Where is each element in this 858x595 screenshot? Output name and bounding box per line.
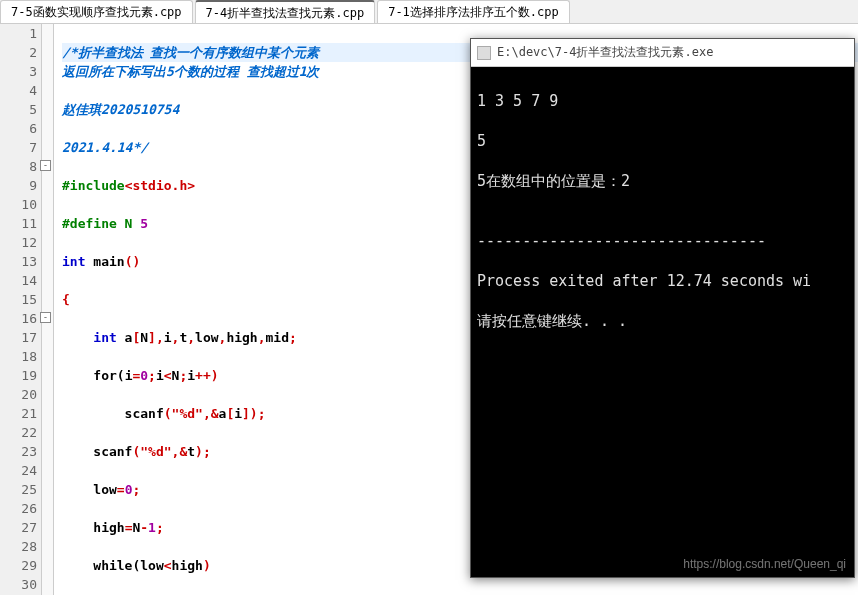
- line-num: 26: [0, 499, 37, 518]
- console-line: 请按任意键继续. . .: [477, 311, 848, 331]
- console-line: 5: [477, 131, 848, 151]
- console-window[interactable]: E:\devc\7-4折半查找法查找元素.exe 1 3 5 7 9 5 5在数…: [470, 38, 855, 578]
- line-num: 2: [0, 43, 37, 62]
- line-num: 17: [0, 328, 37, 347]
- fold-margin: [42, 24, 54, 595]
- line-num: 30: [0, 575, 37, 594]
- line-num: 14: [0, 271, 37, 290]
- line-num: 15: [0, 290, 37, 309]
- code-text: /*折半查找法 查找一个有序数组中某个元素: [62, 45, 319, 60]
- line-num: 29: [0, 556, 37, 575]
- console-line: Process exited after 12.74 seconds wi: [477, 271, 848, 291]
- code-text: 赵佳琪2020510754: [62, 102, 179, 117]
- line-num: 20: [0, 385, 37, 404]
- line-num: 12: [0, 233, 37, 252]
- line-num: 25: [0, 480, 37, 499]
- line-num: 21: [0, 404, 37, 423]
- console-title: E:\devc\7-4折半查找法查找元素.exe: [497, 44, 713, 61]
- line-num: 27: [0, 518, 37, 537]
- tab-0[interactable]: 7-5函数实现顺序查找元素.cpp: [0, 0, 193, 23]
- line-num: 5: [0, 100, 37, 119]
- line-num: 22: [0, 423, 37, 442]
- tab-1[interactable]: 7-4折半查找法查找元素.cpp: [195, 0, 376, 23]
- fold-icon[interactable]: -: [40, 312, 51, 323]
- console-line: 5在数组中的位置是：2: [477, 171, 848, 191]
- watermark: https://blog.csdn.net/Queen_qi: [683, 557, 846, 571]
- app-icon: [477, 46, 491, 60]
- code-text: 2021.4.14*/: [62, 140, 148, 155]
- line-num: 9: [0, 176, 37, 195]
- line-num: 4: [0, 81, 37, 100]
- line-num: 13: [0, 252, 37, 271]
- console-line: 1 3 5 7 9: [477, 91, 848, 111]
- tabs-bar: 7-5函数实现顺序查找元素.cpp 7-4折半查找法查找元素.cpp 7-1选择…: [0, 0, 858, 24]
- line-num: 1: [0, 24, 37, 43]
- tab-2[interactable]: 7-1选择排序法排序五个数.cpp: [377, 0, 570, 23]
- line-num: 24: [0, 461, 37, 480]
- line-num: 16-: [0, 309, 37, 328]
- line-num: 7: [0, 138, 37, 157]
- line-num: 10: [0, 195, 37, 214]
- line-num: 6: [0, 119, 37, 138]
- line-num: 23: [0, 442, 37, 461]
- console-body: 1 3 5 7 9 5 5在数组中的位置是：2 ----------------…: [471, 67, 854, 375]
- console-titlebar[interactable]: E:\devc\7-4折半查找法查找元素.exe: [471, 39, 854, 67]
- line-number-gutter: 1 2 3 4 5 6 7 8- 9 10 11 12 13 14 15 16-…: [0, 24, 42, 595]
- line-num: 11: [0, 214, 37, 233]
- line-num: 28: [0, 537, 37, 556]
- line-num: 3: [0, 62, 37, 81]
- console-line: --------------------------------: [477, 231, 848, 251]
- line-num: 8-: [0, 157, 37, 176]
- fold-icon[interactable]: -: [40, 160, 51, 171]
- line-num: 18: [0, 347, 37, 366]
- line-num: 19: [0, 366, 37, 385]
- code-text: 返回所在下标写出5个数的过程 查找超过1次: [62, 64, 319, 79]
